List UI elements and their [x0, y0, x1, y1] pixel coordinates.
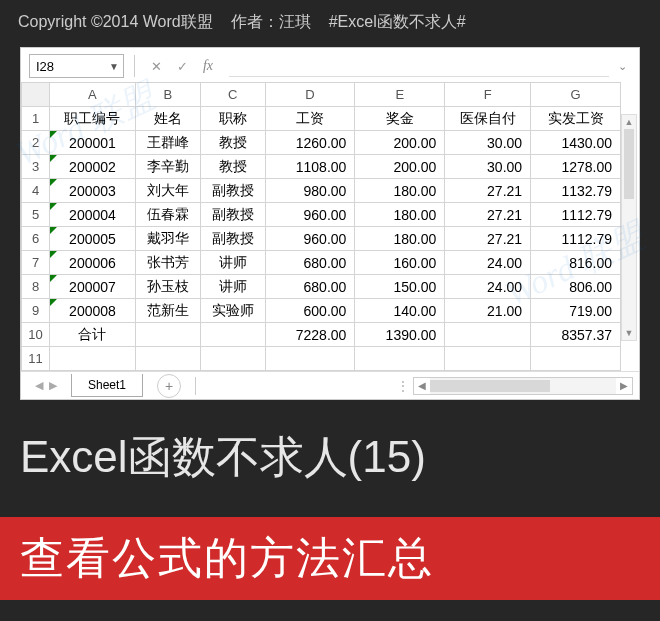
- cell[interactable]: 李辛勤: [135, 155, 200, 179]
- cell[interactable]: [135, 347, 200, 371]
- cell[interactable]: [200, 347, 265, 371]
- row-header[interactable]: 7: [22, 251, 50, 275]
- cell[interactable]: 1112.79: [531, 203, 621, 227]
- cell[interactable]: 讲师: [200, 251, 265, 275]
- cell[interactable]: 719.00: [531, 299, 621, 323]
- cell[interactable]: 24.00: [445, 275, 531, 299]
- cell[interactable]: [355, 347, 445, 371]
- cell[interactable]: 200002: [50, 155, 136, 179]
- cell[interactable]: 680.00: [265, 251, 355, 275]
- row-header[interactable]: 8: [22, 275, 50, 299]
- cell[interactable]: 刘大年: [135, 179, 200, 203]
- chevron-left-icon[interactable]: ◀: [35, 379, 43, 392]
- cell[interactable]: 8357.37: [531, 323, 621, 347]
- chevron-down-icon[interactable]: ▼: [109, 61, 119, 72]
- cell[interactable]: 140.00: [355, 299, 445, 323]
- cell[interactable]: 实验师: [200, 299, 265, 323]
- header-cell[interactable]: 实发工资: [531, 107, 621, 131]
- name-box[interactable]: I28 ▼: [29, 54, 124, 78]
- cell[interactable]: 200005: [50, 227, 136, 251]
- header-cell[interactable]: 医保自付: [445, 107, 531, 131]
- col-header[interactable]: A: [50, 83, 136, 107]
- cell[interactable]: 合计: [50, 323, 136, 347]
- cell[interactable]: 21.00: [445, 299, 531, 323]
- cell[interactable]: 1108.00: [265, 155, 355, 179]
- expand-formula-icon[interactable]: ⌄: [613, 60, 631, 73]
- cell[interactable]: 副教授: [200, 203, 265, 227]
- cell[interactable]: 200003: [50, 179, 136, 203]
- col-header[interactable]: F: [445, 83, 531, 107]
- cell[interactable]: 960.00: [265, 227, 355, 251]
- cell[interactable]: 30.00: [445, 155, 531, 179]
- horizontal-scrollbar[interactable]: ◀ ▶: [413, 377, 633, 395]
- vertical-scrollbar[interactable]: ▲ ▼: [621, 114, 637, 341]
- cell[interactable]: 王群峰: [135, 131, 200, 155]
- col-header[interactable]: C: [200, 83, 265, 107]
- cell[interactable]: 1260.00: [265, 131, 355, 155]
- cell[interactable]: 副教授: [200, 227, 265, 251]
- add-sheet-button[interactable]: +: [157, 374, 181, 398]
- cell[interactable]: 200007: [50, 275, 136, 299]
- cell[interactable]: 600.00: [265, 299, 355, 323]
- col-header[interactable]: E: [355, 83, 445, 107]
- scroll-up-icon[interactable]: ▲: [622, 115, 636, 129]
- row-header[interactable]: 5: [22, 203, 50, 227]
- scroll-thumb[interactable]: [430, 380, 550, 392]
- header-cell[interactable]: 职称: [200, 107, 265, 131]
- col-header[interactable]: B: [135, 83, 200, 107]
- header-cell[interactable]: 职工编号: [50, 107, 136, 131]
- cell[interactable]: 180.00: [355, 179, 445, 203]
- cell[interactable]: 范新生: [135, 299, 200, 323]
- cell[interactable]: 180.00: [355, 203, 445, 227]
- col-header[interactable]: D: [265, 83, 355, 107]
- cell[interactable]: 27.21: [445, 203, 531, 227]
- spreadsheet-grid[interactable]: A B C D E F G 1职工编号姓名职称工资奖金医保自付实发工资22000…: [21, 82, 621, 371]
- row-header[interactable]: 6: [22, 227, 50, 251]
- scroll-track[interactable]: [430, 378, 616, 394]
- cell[interactable]: [445, 347, 531, 371]
- select-all-corner[interactable]: [22, 83, 50, 107]
- cancel-icon[interactable]: ✕: [145, 55, 167, 77]
- cell[interactable]: 150.00: [355, 275, 445, 299]
- row-header[interactable]: 11: [22, 347, 50, 371]
- cell[interactable]: 1390.00: [355, 323, 445, 347]
- cell[interactable]: 1132.79: [531, 179, 621, 203]
- header-cell[interactable]: 奖金: [355, 107, 445, 131]
- cell[interactable]: [200, 323, 265, 347]
- enter-icon[interactable]: ✓: [171, 55, 193, 77]
- chevron-right-icon[interactable]: ▶: [49, 379, 57, 392]
- cell[interactable]: 806.00: [531, 275, 621, 299]
- cell[interactable]: 24.00: [445, 251, 531, 275]
- cell[interactable]: 200.00: [355, 131, 445, 155]
- cell[interactable]: 孙玉枝: [135, 275, 200, 299]
- tab-options-icon[interactable]: ⋮: [393, 379, 413, 393]
- scroll-down-icon[interactable]: ▼: [622, 326, 636, 340]
- cell[interactable]: [265, 347, 355, 371]
- cell[interactable]: 1278.00: [531, 155, 621, 179]
- scroll-thumb[interactable]: [624, 129, 634, 199]
- row-header[interactable]: 9: [22, 299, 50, 323]
- row-header[interactable]: 1: [22, 107, 50, 131]
- formula-input[interactable]: [229, 55, 609, 77]
- cell[interactable]: 7228.00: [265, 323, 355, 347]
- scroll-right-icon[interactable]: ▶: [616, 380, 632, 391]
- cell[interactable]: 27.21: [445, 227, 531, 251]
- row-header[interactable]: 10: [22, 323, 50, 347]
- cell[interactable]: 980.00: [265, 179, 355, 203]
- cell[interactable]: 30.00: [445, 131, 531, 155]
- scroll-track[interactable]: [622, 129, 636, 326]
- cell[interactable]: 960.00: [265, 203, 355, 227]
- cell[interactable]: 1430.00: [531, 131, 621, 155]
- row-header[interactable]: 2: [22, 131, 50, 155]
- row-header[interactable]: 4: [22, 179, 50, 203]
- cell[interactable]: 160.00: [355, 251, 445, 275]
- cell[interactable]: 1112.79: [531, 227, 621, 251]
- row-header[interactable]: 3: [22, 155, 50, 179]
- cell[interactable]: 200004: [50, 203, 136, 227]
- cell[interactable]: 200008: [50, 299, 136, 323]
- cell[interactable]: [135, 323, 200, 347]
- cell[interactable]: 200006: [50, 251, 136, 275]
- cell[interactable]: 教授: [200, 131, 265, 155]
- cell[interactable]: [445, 323, 531, 347]
- cell[interactable]: 180.00: [355, 227, 445, 251]
